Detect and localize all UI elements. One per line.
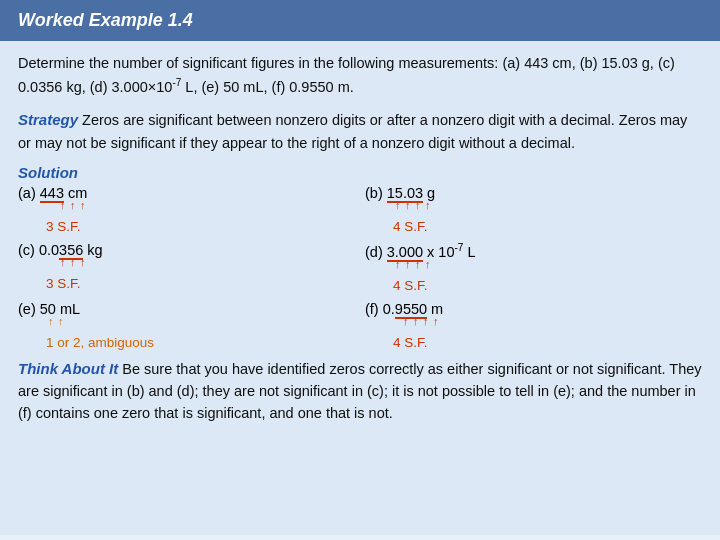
think-block: Think About It Be sure that you have ide…: [18, 358, 702, 424]
content-area: Determine the number of significant figu…: [0, 41, 720, 535]
sol-b-sf: 4 S.F.: [393, 219, 702, 234]
header: Worked Example 1.4: [0, 0, 720, 41]
sol-c-sf: 3 S.F.: [46, 276, 355, 291]
solution-item-b: (b) 15.03 g ↑ ↑ ↑ ↑ 4 S.F.: [365, 185, 702, 234]
solution-label: Solution: [18, 164, 78, 181]
sol-e-sf: 1 or 2, ambiguous: [46, 335, 355, 350]
sol-a-text: (a) 443 cm: [18, 185, 355, 201]
solution-item-a: (a) 443 cm ↑ ↑ ↑ 3 S.F.: [18, 185, 355, 234]
solution-item-e: (e) 50 mL ↑ ↑ 1 or 2, ambiguous: [18, 301, 355, 350]
sol-a-sf: 3 S.F.: [46, 219, 355, 234]
strategy-label: Strategy: [18, 111, 78, 128]
sol-f-sf: 4 S.F.: [393, 335, 702, 350]
solution-item-f: (f) 0.9550 m ↑ ↑ ↑ ↑ 4 S.F.: [365, 301, 702, 350]
solution-item-c: (c) 0.0356 kg ↑ ↑ ↑ 3 S.F.: [18, 242, 355, 293]
sol-e-text: (e) 50 mL: [18, 301, 355, 317]
exponent: -7: [172, 77, 181, 88]
problem-text: Determine the number of significant figu…: [18, 55, 675, 95]
strategy-text: Zeros are significant between nonzero di…: [18, 112, 687, 150]
solution-block: Solution (a) 443 cm ↑ ↑ ↑ 3 S.F. (b) 15.…: [18, 164, 702, 350]
sol-c-text: (c) 0.0356 kg: [18, 242, 355, 258]
solution-grid: (a) 443 cm ↑ ↑ ↑ 3 S.F. (b) 15.03 g ↑ ↑ …: [18, 185, 702, 350]
think-label: Think About It: [18, 360, 118, 377]
problem-statement: Determine the number of significant figu…: [18, 53, 702, 98]
sol-d-sf: 4 S.F.: [393, 278, 702, 293]
header-title: Worked Example 1.4: [18, 10, 193, 30]
think-text: Be sure that you have identified zeros c…: [18, 361, 702, 421]
strategy-block: Strategy Zeros are significant between n…: [18, 108, 702, 154]
solution-item-d: (d) 3.000 x 10-7 L ↑ ↑ ↑ ↑ 4 S.F.: [365, 242, 702, 293]
